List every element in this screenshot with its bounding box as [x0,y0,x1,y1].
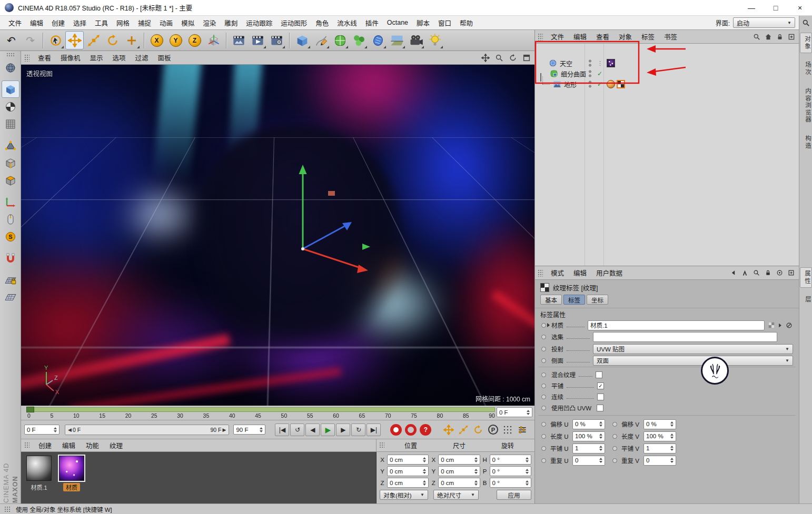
mat-menu-texture[interactable]: 纹理 [105,439,127,452]
seamless-checkbox[interactable] [597,394,604,400]
pos-z-field[interactable]: 0 cm [387,478,429,488]
object-name[interactable]: 细分曲面 [561,69,586,78]
offset-v-field[interactable]: 0 % [643,419,676,429]
enable-snap-button[interactable]: S [2,228,19,245]
anim-toggle[interactable] [541,323,546,328]
tab-structure[interactable]: 构造 [800,133,812,152]
frame-range-slider[interactable]: ◀ 0 F 90 F ▶ [65,425,229,435]
rot-b-field[interactable]: 0 ° [490,478,531,488]
home-icon[interactable] [764,32,773,41]
menu-create[interactable]: 创建 [47,16,69,30]
palette-drag-handle[interactable] [6,53,15,57]
arrow-right-icon[interactable] [776,321,785,330]
coordinate-system-button[interactable] [204,31,223,49]
spinner[interactable] [523,469,529,474]
clear-link-icon[interactable] [785,321,794,330]
range-right-handle[interactable]: ▶ [221,427,227,432]
material-thumbnail[interactable] [26,456,52,481]
spinner[interactable] [472,457,478,462]
scale-tool-button[interactable] [84,31,103,49]
redo-button[interactable]: ↷ [21,31,39,49]
pen-spline-button[interactable] [312,31,330,49]
history-back-icon[interactable] [729,268,738,277]
search-icon[interactable] [801,18,810,27]
end-frame-spinner[interactable] [258,427,263,432]
vp-menu-panel[interactable]: 面板 [154,51,175,64]
zoom-view-button[interactable] [493,53,505,63]
current-frame-spinner[interactable] [52,427,57,432]
search-icon[interactable] [752,32,761,41]
interface-dropdown[interactable]: 启动 ▼ [733,17,795,28]
menu-render[interactable]: 渲染 [199,16,220,30]
length-u-field[interactable]: 100 % [572,431,605,441]
new-panel-icon[interactable] [787,268,796,277]
om-menu-view[interactable]: 查看 [592,30,613,43]
enabled-check-icon[interactable]: ✓ [597,80,602,88]
workplane-mode-button[interactable] [2,115,19,133]
key-position-toggle[interactable] [442,423,455,437]
goto-end-button[interactable]: ▶| [367,424,381,436]
lock-y-button[interactable]: Y [166,31,185,49]
spinner[interactable] [668,458,674,463]
play-backward-button[interactable]: ↺ [290,424,304,436]
vp-menu-display[interactable]: 显示 [86,51,107,64]
am-menu-userdata[interactable]: 用户数据 [592,266,627,279]
spinner[interactable] [421,480,426,486]
close-button[interactable]: × [788,0,812,16]
make-editable-button[interactable] [2,59,19,76]
material-link-field[interactable]: 材质.1 [588,320,765,330]
size-x-field[interactable]: 0 cm [438,455,480,465]
anim-toggle[interactable] [541,335,546,339]
state-dots[interactable]: ⋮ [597,60,603,67]
vp-menu-options[interactable]: 选项 [108,51,130,64]
landscape-object-icon[interactable] [553,80,561,88]
loop-button[interactable]: ↻ [351,424,365,436]
viewport-canvas[interactable]: 透视视图 网格间距 : 1000 cm Y Z X [21,65,534,406]
rotate-view-button[interactable] [507,53,519,63]
menu-file[interactable]: 文件 [4,16,26,30]
length-v-field[interactable]: 100 % [643,431,676,441]
anim-toggle[interactable] [612,422,617,427]
projection-dropdown[interactable]: UVW 贴图▼ [593,344,793,354]
material-item-selected[interactable]: 材质 [58,456,85,503]
anim-toggle[interactable] [612,434,617,439]
menu-plugins[interactable]: 插件 [361,16,383,30]
tab-objects[interactable]: 对象 [800,33,812,53]
menu-help[interactable]: 帮助 [455,16,477,30]
offset-u-field[interactable]: 0 % [572,419,605,429]
last-tool-button[interactable] [122,31,141,49]
menu-sculpt[interactable]: 雕刻 [220,16,242,30]
size-z-field[interactable]: 0 cm [438,478,480,488]
anim-toggle[interactable] [541,395,546,399]
apply-button[interactable]: 应用 [497,490,531,500]
object-name[interactable]: 天空 [560,59,572,68]
tab-tag[interactable]: 标签 [563,295,585,305]
anim-toggle[interactable] [541,372,546,377]
menu-snap[interactable]: 捕捉 [134,16,155,30]
menu-pipeline[interactable]: 流水线 [333,16,361,30]
coordinate-drag-handle[interactable] [379,442,384,449]
size-y-field[interactable]: 0 cm [438,466,480,476]
object-row-sky[interactable]: 天空 ⋮ [535,58,799,68]
tab-basic[interactable]: 基本 [540,295,562,305]
repeat-u-field[interactable]: 0 [572,456,605,466]
render-picture-viewer-button[interactable] [249,31,267,49]
anim-toggle[interactable] [541,446,546,451]
anim-toggle[interactable] [541,406,546,410]
om-menu-objects[interactable]: 对象 [615,30,636,43]
material-list[interactable]: 材质.1 材质 [21,452,377,503]
anim-toggle[interactable] [541,458,546,463]
tab-attributes[interactable]: 属性 [800,267,812,288]
undo-button[interactable]: ↶ [2,31,21,49]
live-selection-button[interactable] [46,31,65,49]
spinner[interactable] [472,469,478,474]
statusbar-drag-handle[interactable] [4,506,11,512]
pos-y-field[interactable]: 0 cm [387,466,429,476]
current-frame-field[interactable]: 0 F [24,425,60,435]
spinner[interactable] [597,446,602,451]
lock-z-button[interactable]: Z [185,31,204,49]
am-menu-mode[interactable]: 模式 [547,266,568,279]
spinner[interactable] [597,434,602,439]
preview-range-bar[interactable] [26,407,495,412]
texture-mode-button[interactable] [2,98,19,115]
